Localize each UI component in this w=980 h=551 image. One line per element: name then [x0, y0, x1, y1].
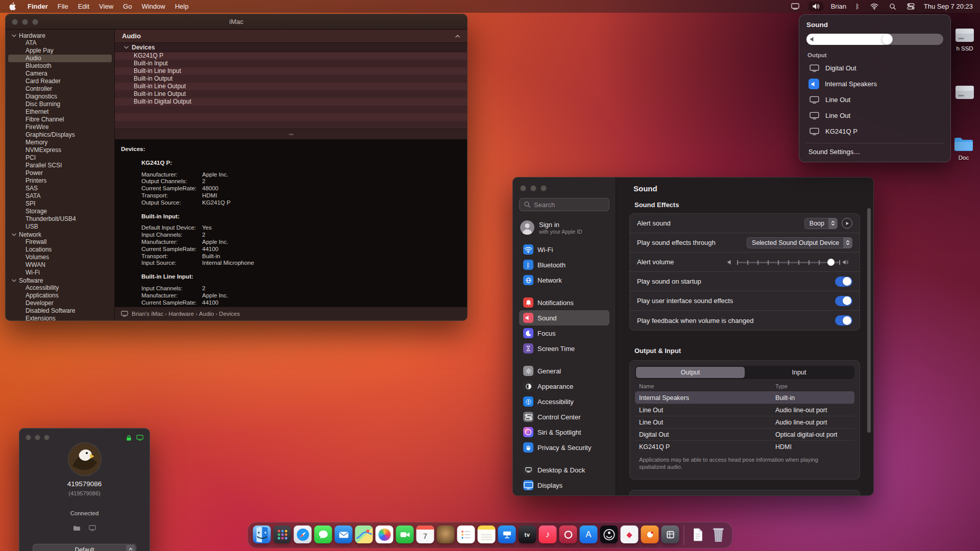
table-row-line-out-1[interactable]: Line OutAudio line-out port	[635, 404, 854, 416]
minimize-button[interactable]	[22, 19, 28, 25]
disclosure-chevron-icon[interactable]	[124, 46, 129, 49]
search-input[interactable]	[534, 201, 605, 209]
sidebar-item-graphics-displays[interactable]: Graphics/Displays	[8, 131, 112, 139]
tree-row-built-in-line-output-5[interactable]: Built-in Line Output	[115, 90, 467, 98]
sidebar-item-parallel-scsi[interactable]: Parallel SCSI	[8, 162, 112, 169]
sidebar-item-sound[interactable]: Sound	[519, 310, 609, 325]
dock-icon-finder[interactable]	[253, 525, 271, 543]
output-device-line-out-3[interactable]: Line Out	[806, 108, 943, 123]
menu-view[interactable]: View	[99, 3, 113, 10]
collapse-chevron-icon[interactable]	[455, 35, 460, 38]
zoom-button[interactable]	[32, 19, 38, 25]
tree-row-built-in-line-output-4[interactable]: Built-in Line Output	[115, 83, 467, 90]
dock-icon-calendar[interactable]: 7	[416, 525, 434, 543]
dock-icon-obs[interactable]	[600, 525, 618, 543]
dock-icon-photos[interactable]	[376, 525, 394, 543]
desktop-icon-drive-1[interactable]	[950, 84, 979, 102]
play-button[interactable]	[842, 218, 852, 229]
volume-slider-thumb[interactable]	[882, 34, 892, 44]
close-button[interactable]	[26, 435, 31, 440]
sidebar-item-screen-time[interactable]: Screen Time	[519, 341, 609, 356]
volume-menu-icon[interactable]	[808, 2, 823, 11]
table-row-digital-out-3[interactable]: Digital OutOptical digital-out port	[635, 428, 854, 440]
sidebar-item-sata[interactable]: SATA	[8, 192, 112, 200]
tree-row-built-in-output-3[interactable]: Built-in Output	[115, 75, 467, 83]
drag-handle-icon[interactable]	[289, 134, 293, 135]
dock-icon-trash[interactable]	[709, 525, 727, 543]
sidebar-item-spi[interactable]: SPI	[8, 200, 112, 208]
pane-splitter[interactable]	[115, 129, 467, 139]
sidebar-item-desktop-dock[interactable]: Desktop & Dock	[519, 462, 609, 478]
desktop-icon-doc[interactable]: Doc	[949, 136, 978, 161]
dock-icon-app-store[interactable]: A	[580, 525, 598, 543]
dock-icon-reminders[interactable]	[457, 525, 475, 543]
scrollbar[interactable]	[867, 208, 871, 433]
sidebar-group-hardware[interactable]: Hardware	[6, 32, 114, 39]
menu-go[interactable]: Go	[123, 3, 132, 10]
sidebar-item-memory[interactable]: Memory	[8, 139, 112, 146]
dock-icon-document[interactable]	[689, 525, 707, 543]
dock-icon-maps[interactable]	[355, 525, 373, 543]
sidebar-item-storage[interactable]: Storage	[8, 208, 112, 215]
sidebar-item-thunderbolt-usb4[interactable]: Thunderbolt/USB4	[8, 215, 112, 223]
menu-file[interactable]: File	[58, 3, 68, 10]
profile-select[interactable]: Default	[33, 544, 136, 551]
dock-icon-safari[interactable]	[294, 525, 312, 543]
screen-mirroring-icon[interactable]	[790, 2, 801, 11]
breadcrumb-item[interactable]: Hardware	[168, 311, 194, 317]
output-device-kg241q-p-4[interactable]: KG241Q P	[806, 123, 943, 139]
sidebar-item-card-reader[interactable]: Card Reader	[8, 78, 112, 85]
dock-icon-messages[interactable]	[314, 525, 332, 543]
table-row-internal-speakers-0[interactable]: Internal SpeakersBuilt-in	[635, 391, 854, 404]
dock-icon-music[interactable]: ♪	[539, 525, 557, 543]
bluetooth-icon[interactable]: ᛒ	[854, 2, 861, 11]
file-transfer-icon[interactable]	[73, 525, 81, 531]
devices-tree-header[interactable]: Devices	[115, 43, 467, 52]
minimize-button[interactable]	[35, 435, 40, 440]
desktop-icon-h-ssd[interactable]: h SSD	[950, 27, 979, 52]
dock-icon-app-diamond[interactable]: ◆	[621, 525, 639, 543]
user-menu[interactable]: Brian	[831, 3, 846, 10]
dock-icon-app-gray[interactable]	[662, 525, 679, 543]
close-button[interactable]	[12, 19, 18, 25]
sysinfo-titlebar[interactable]: iMac	[6, 14, 467, 30]
sidebar-item-wi-fi[interactable]: Wi-Fi	[8, 269, 112, 277]
sidebar-item-pci[interactable]: PCI	[8, 154, 112, 162]
toggle-switch[interactable]	[835, 296, 852, 306]
dock-icon-app-red[interactable]	[559, 525, 577, 543]
sidebar-item-bluetooth[interactable]: Bluetooth	[8, 62, 112, 70]
tab-input[interactable]: Input	[745, 367, 853, 378]
sidebar-item-displays[interactable]: Displays	[519, 478, 609, 493]
sidebar-item-disc-burning[interactable]: Disc Burning	[8, 101, 112, 108]
sidebar-item-applications[interactable]: Applications	[8, 292, 112, 299]
slider-thumb[interactable]	[827, 259, 835, 266]
sidebar-item-fibre-channel[interactable]: Fibre Channel	[8, 116, 112, 123]
settings-search-field[interactable]	[519, 198, 609, 211]
minimize-button[interactable]	[530, 185, 536, 191]
tree-row-kg241q-p-0[interactable]: KG241Q P	[115, 52, 467, 60]
dock-icon-launchpad[interactable]	[274, 525, 291, 543]
tree-row-built-in-digital-output-6[interactable]: Built-in Digital Output	[115, 98, 467, 106]
sidebar-item-firewire[interactable]: FireWire	[8, 123, 112, 131]
menu-help[interactable]: Help	[175, 3, 189, 10]
sidebar-item-extensions[interactable]: Extensions	[8, 315, 112, 320]
sidebar-item-wi-fi[interactable]: Wi-Fi	[519, 242, 609, 257]
sidebar-item-usb[interactable]: USB	[8, 223, 112, 231]
close-button[interactable]	[520, 185, 526, 191]
sidebar-item-ata[interactable]: ATA	[8, 39, 112, 47]
sidebar-item-camera[interactable]: Camera	[8, 70, 112, 78]
sidebar-item-power[interactable]: Power	[8, 169, 112, 177]
control-center-icon[interactable]	[905, 2, 916, 11]
sidebar-item-nvmexpress[interactable]: NVMExpress	[8, 146, 112, 154]
alert-volume-slider[interactable]	[737, 258, 839, 266]
app-menu-finder[interactable]: Finder	[28, 3, 48, 10]
breadcrumb-item[interactable]: Audio	[199, 311, 214, 317]
table-row-kg241q-p-4[interactable]: KG241Q PHDMI	[635, 440, 854, 453]
dock-icon-app-tan[interactable]	[437, 525, 455, 543]
sidebar-item-apple-pay[interactable]: Apple Pay	[8, 47, 112, 55]
screen-share-icon[interactable]	[136, 435, 143, 441]
dock-icon-notes[interactable]	[478, 525, 496, 543]
output-device-internal-speakers-1[interactable]: Internal Speakers	[806, 76, 943, 92]
sidebar-item-accessibility[interactable]: Accessibility	[519, 394, 609, 409]
sidebar-item-general[interactable]: General	[519, 363, 609, 379]
